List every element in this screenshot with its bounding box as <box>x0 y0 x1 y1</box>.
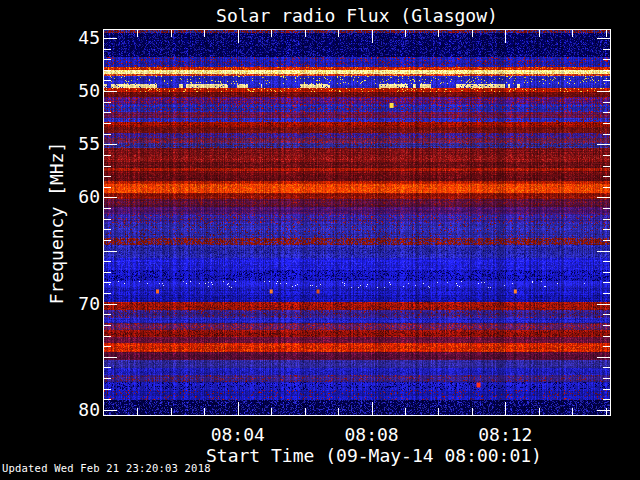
chart-title: Solar radio Flux (Glasgow) <box>104 5 610 26</box>
spectrogram-canvas <box>104 30 610 415</box>
x-axis-title: Start Time (09-May-14 08:00:01) <box>174 445 574 466</box>
x-tick-label: 08:04 <box>193 424 283 445</box>
y-axis-title: Frequency [MHz] <box>46 73 68 373</box>
y-tick-label: 80 <box>28 399 100 421</box>
x-tick-label: 08:12 <box>460 424 550 445</box>
y-tick-label: 45 <box>28 27 100 49</box>
updated-timestamp: Updated Wed Feb 21 23:20:03 2018 <box>2 462 211 474</box>
x-tick-label: 08:08 <box>327 424 417 445</box>
spectrogram-plot-area <box>103 29 611 416</box>
y-tick-label: 60 <box>28 186 100 208</box>
y-tick-label: 55 <box>28 133 100 155</box>
y-tick-label: 50 <box>28 80 100 102</box>
y-tick-label: 70 <box>28 293 100 315</box>
